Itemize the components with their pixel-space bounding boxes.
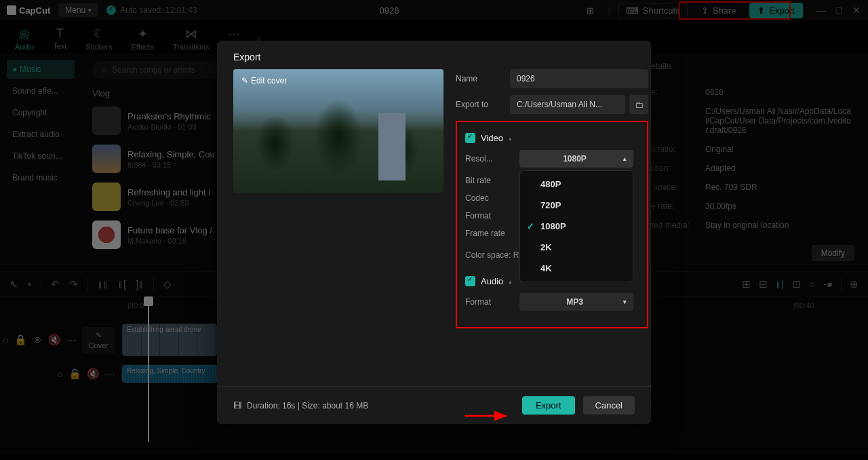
folder-icon: 🗀 (635, 100, 644, 110)
bitrate-label: Bit rate (465, 176, 519, 185)
format-label: Format (465, 211, 519, 221)
collapse-icon[interactable]: ▴ (509, 278, 512, 285)
resolution-option-4k[interactable]: 4K (520, 258, 633, 279)
film-icon: 🎞 (233, 401, 241, 410)
resolution-select[interactable]: 1080P ▴ 480P 720P 1080P 2K 4K (519, 150, 633, 168)
exportto-input[interactable] (510, 95, 625, 114)
modal-title: Export (217, 41, 651, 69)
name-label: Name (456, 74, 503, 83)
preview-image: ✎ Edit cover (233, 69, 443, 193)
modal-export-button[interactable]: Export (522, 396, 575, 415)
resolution-option-720p[interactable]: 720P (520, 195, 633, 216)
audio-section-title: Audio (481, 276, 503, 286)
video-section-title: Video (481, 133, 503, 143)
framerate-label: Frame rate (465, 229, 519, 238)
chevron-down-icon: ▾ (623, 299, 627, 305)
resolution-option-1080p[interactable]: 1080P (520, 216, 633, 237)
edit-cover-button[interactable]: ✎ Edit cover (241, 76, 287, 85)
annotation-arrow (464, 410, 511, 422)
resolution-dropdown: 480P 720P 1080P 2K 4K (519, 170, 633, 282)
export-modal: Export ✎ Edit cover Name Export to � (217, 41, 651, 424)
resolution-option-2k[interactable]: 2K (520, 237, 633, 258)
audio-checkbox[interactable] (465, 276, 475, 286)
resolution-option-480p[interactable]: 480P (520, 174, 633, 195)
audio-format-select[interactable]: MP3 ▾ (519, 293, 633, 311)
folder-button[interactable]: 🗀 (629, 95, 648, 114)
name-input[interactable] (510, 69, 648, 88)
exportto-label: Export to (456, 100, 503, 109)
resolution-label: Resol... (465, 154, 519, 164)
chevron-up-icon: ▴ (623, 155, 627, 162)
collapse-icon[interactable]: ▴ (509, 135, 512, 142)
codec-label: Codec (465, 193, 519, 203)
duration-info: 🎞 Duration: 16s | Size: about 16 MB (233, 401, 368, 410)
audio-format-label: Format (465, 297, 519, 307)
pencil-icon: ✎ (241, 76, 248, 85)
colorspace-label: Color space: (465, 250, 511, 260)
video-checkbox[interactable] (465, 133, 475, 143)
modal-cancel-button[interactable]: Cancel (583, 396, 635, 415)
